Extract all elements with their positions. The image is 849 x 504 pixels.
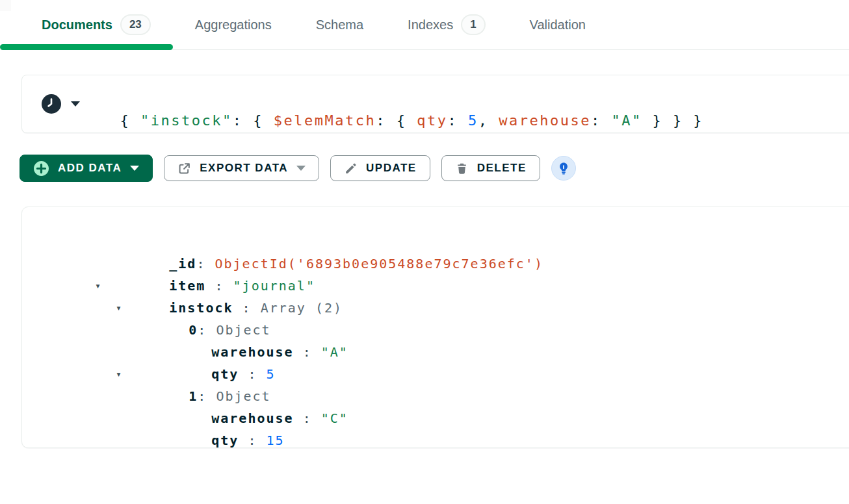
expand-caret-icon[interactable]: ▾ (116, 297, 122, 319)
query-token: 5 (468, 112, 478, 129)
tab-validation[interactable]: Validation (508, 0, 608, 49)
query-token: { (120, 112, 141, 129)
chevron-down-icon (130, 166, 139, 171)
query-bar[interactable]: { "instock": { $elemMatch: { qty: 5, war… (21, 75, 849, 133)
trash-icon (455, 162, 469, 175)
pencil-icon (344, 162, 358, 175)
tab-count-badge: 1 (461, 14, 485, 35)
document-row: warehouse : "C" (22, 385, 849, 407)
export-data-button[interactable]: EXPORT DATA (164, 155, 319, 181)
chevron-down-icon (296, 166, 306, 171)
add-data-button[interactable]: ADD DATA (20, 155, 153, 182)
document-row: warehouse : "A" (22, 319, 849, 341)
tab-active-underline (0, 44, 173, 50)
plus-circle-icon (33, 160, 49, 177)
query-token: $elemMatch (274, 112, 376, 129)
tab-aggregations[interactable]: Aggregations (173, 0, 294, 49)
field-key: qty (211, 433, 239, 448)
document-row: ▾0: Object (22, 297, 849, 319)
query-token: { (397, 112, 417, 129)
field-value[interactable]: 15 (267, 433, 285, 448)
query-token: "instock" (140, 112, 233, 129)
crud-toolbar: ADD DATA EXPORT DATA UPDATE DELETE (20, 155, 849, 182)
tab-bar: Documents 23 Aggregations Schema Indexes… (0, 0, 849, 50)
query-token: warehouse (499, 112, 591, 129)
tab-documents[interactable]: Documents 23 (0, 0, 173, 49)
tab-indexes[interactable]: Indexes 1 (385, 0, 508, 49)
document-row: qty : 15 (22, 407, 849, 429)
document-card: _id: ObjectId('6893b0e905488e79c7e36efc'… (21, 207, 849, 448)
field-separator: : (239, 433, 266, 448)
query-token: , (478, 112, 499, 129)
query-input[interactable]: { "instock": { $elemMatch: { qty: 5, war… (99, 80, 703, 129)
document-row: ▾instock : Array (2) (22, 275, 849, 297)
lightbulb-icon (556, 161, 571, 175)
query-token: "A" (611, 112, 642, 129)
add-data-label: ADD DATA (58, 162, 122, 175)
chevron-down-icon (71, 101, 80, 107)
query-token: qty (417, 112, 447, 129)
query-token: : (233, 112, 254, 129)
tab-label: Schema (316, 18, 363, 32)
delete-button[interactable]: DELETE (441, 155, 540, 181)
clock-icon (41, 94, 62, 114)
tab-schema[interactable]: Schema (294, 0, 385, 49)
update-label: UPDATE (366, 162, 417, 175)
tab-label: Indexes (408, 18, 453, 32)
tab-label: Aggregations (195, 18, 272, 32)
expand-caret-icon[interactable]: ▾ (95, 275, 101, 297)
tab-label: Validation (530, 18, 586, 32)
delete-label: DELETE (477, 162, 527, 175)
insights-button[interactable] (551, 156, 576, 181)
expand-caret-icon[interactable]: ▾ (116, 363, 122, 385)
export-icon (177, 162, 191, 175)
tab-label: Documents (42, 18, 112, 32)
query-token: } } } (642, 112, 703, 129)
document-row: qty : 5 (22, 341, 849, 363)
query-token: : (591, 112, 612, 129)
document-row: item : "journal" (22, 253, 849, 275)
update-button[interactable]: UPDATE (330, 155, 430, 181)
query-token: : (376, 112, 397, 129)
query-token: { (253, 112, 274, 129)
document-row: ▾1: Object (22, 363, 849, 385)
export-data-label: EXPORT DATA (200, 162, 288, 175)
document-row: _id: ObjectId('6893b0e905488e79c7e36efc'… (22, 231, 849, 253)
query-history-button[interactable] (41, 94, 80, 114)
tab-count-badge: 23 (120, 14, 151, 35)
query-token: : (447, 112, 468, 129)
